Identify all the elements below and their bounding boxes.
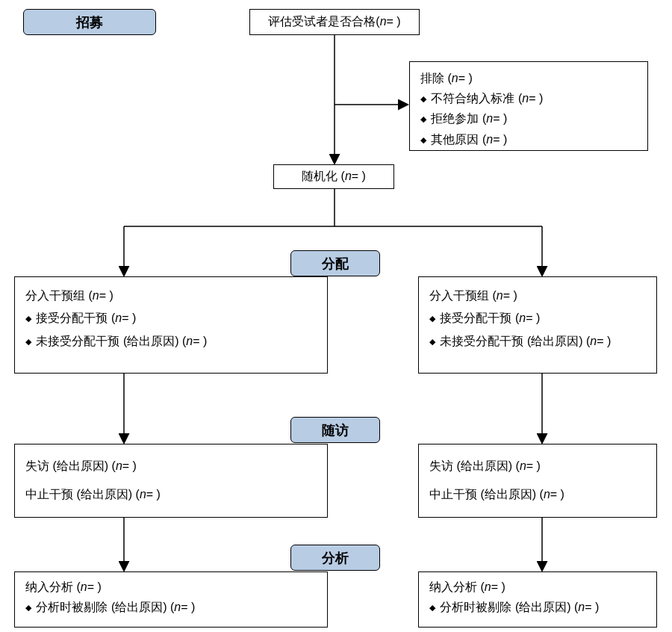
box-analysis-left: 纳入分析 (n= ) 分析时被剔除 (给出原因) (n= ) [14,571,328,628]
excluded-item-2: 拒绝参加 (n= ) [420,108,637,128]
box-followup-right: 失访 (给出原因) (n= ) 中止干预 (给出原因) (n= ) [418,444,657,518]
box-eligibility: 评估受试者是否合格(n= ) [249,9,420,35]
excluded-title: 排除 (n= ) [420,68,637,88]
alloc-right-line3: 未接受分配干预 (给出原因) (n= ) [429,330,646,353]
an-left-line2: 分析时被剔除 (给出原因) (n= ) [25,597,317,617]
box-excluded: 排除 (n= ) 不符合纳入标准 (n= ) 拒绝参加 (n= ) 其他原因 (… [409,61,648,151]
box-allocation-right: 分入干预组 (n= ) 接受分配干预 (n= ) 未接受分配干预 (给出原因) … [418,276,657,374]
randomized-text: 随机化 (n= ) [302,169,366,185]
excluded-item-1: 不符合纳入标准 (n= ) [420,88,637,108]
consort-flow-diagram: 招募 分配 随访 分析 评估受试者是否合格(n= ) 排除 (n= ) 不符合纳… [0,0,672,632]
phase-analysis: 分析 [290,545,380,571]
fu-right-line1: 失访 (给出原因) (n= ) [429,452,646,480]
alloc-left-line2: 接受分配干预 (n= ) [25,307,317,329]
phase-allocation-label: 分配 [322,255,349,273]
phase-followup-label: 随访 [322,421,349,439]
box-allocation-left: 分入干预组 (n= ) 接受分配干预 (n= ) 未接受分配干预 (给出原因) … [14,276,328,374]
alloc-right-line2: 接受分配干预 (n= ) [429,307,646,329]
an-left-line1: 纳入分析 (n= ) [25,577,317,597]
fu-right-line2: 中止干预 (给出原因) (n= ) [429,480,646,509]
phase-enrollment: 招募 [23,9,156,35]
box-analysis-right: 纳入分析 (n= ) 分析时被剔除 (给出原因) (n= ) [418,571,657,628]
phase-followup: 随访 [290,417,380,443]
box-followup-left: 失访 (给出原因) (n= ) 中止干预 (给出原因) (n= ) [14,444,328,518]
fu-left-line2: 中止干预 (给出原因) (n= ) [25,480,317,509]
alloc-left-line1: 分入干预组 (n= ) [25,285,317,307]
fu-left-line1: 失访 (给出原因) (n= ) [25,452,317,480]
phase-allocation: 分配 [290,250,380,276]
eligibility-text: 评估受试者是否合格(n= ) [268,14,400,30]
box-randomized: 随机化 (n= ) [273,164,394,189]
excluded-item-3: 其他原因 (n= ) [420,129,637,149]
an-right-line1: 纳入分析 (n= ) [429,577,646,597]
alloc-left-line3: 未接受分配干预 (给出原因) (n= ) [25,330,317,353]
phase-enrollment-label: 招募 [76,13,103,31]
phase-analysis-label: 分析 [322,549,349,567]
alloc-right-line1: 分入干预组 (n= ) [429,285,646,307]
an-right-line2: 分析时被剔除 (给出原因) (n= ) [429,597,646,617]
